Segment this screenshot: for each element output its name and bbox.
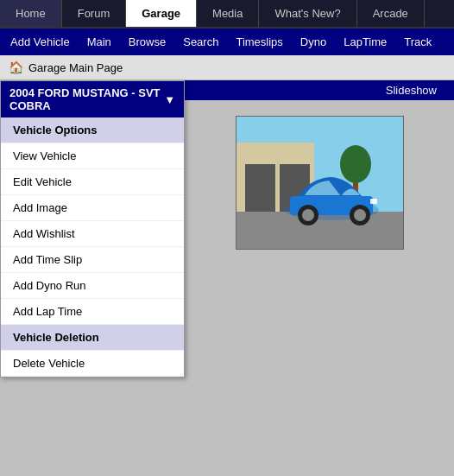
sec-nav-main[interactable]: Main bbox=[79, 32, 120, 52]
breadcrumb-label: Garage Main Page bbox=[28, 61, 123, 74]
main-content: 2004 FORD MUSTANG - SVT COBRA ▼ Vehicle … bbox=[0, 80, 454, 443]
vehicle-selector-header[interactable]: 2004 FORD MUSTANG - SVT COBRA ▼ bbox=[1, 81, 184, 117]
car-image-area bbox=[185, 100, 454, 264]
svg-rect-15 bbox=[370, 199, 377, 204]
menu-delete-vehicle[interactable]: Delete Vehicle bbox=[1, 351, 184, 377]
nav-whatsnew[interactable]: What's New? bbox=[259, 0, 356, 27]
svg-point-8 bbox=[340, 145, 371, 183]
nav-arcade[interactable]: Arcade bbox=[357, 0, 425, 27]
sec-nav-browse[interactable]: Browse bbox=[120, 32, 174, 52]
breadcrumb: 🏠 Garage Main Page bbox=[0, 55, 454, 80]
svg-point-14 bbox=[354, 209, 366, 221]
section-vehicle-deletion: Vehicle Deletion bbox=[1, 325, 184, 351]
menu-add-time-slip[interactable]: Add Time Slip bbox=[1, 247, 184, 273]
dropdown-menu: 2004 FORD MUSTANG - SVT COBRA ▼ Vehicle … bbox=[0, 80, 185, 378]
sec-nav-timeslips[interactable]: Timeslips bbox=[227, 32, 291, 52]
menu-add-dyno-run[interactable]: Add Dyno Run bbox=[1, 273, 184, 299]
sec-nav-dyno[interactable]: Dyno bbox=[292, 32, 335, 52]
menu-edit-vehicle[interactable]: Edit Vehicle bbox=[1, 169, 184, 195]
home-icon[interactable]: 🏠 bbox=[9, 60, 23, 74]
nav-home[interactable]: Home bbox=[0, 0, 62, 27]
slideshow-label: Slideshow bbox=[386, 84, 437, 97]
dropdown-arrow-icon: ▼ bbox=[164, 93, 175, 106]
sec-nav-add-vehicle[interactable]: Add Vehicle bbox=[2, 32, 79, 52]
sec-nav-search[interactable]: Search bbox=[174, 32, 227, 52]
menu-add-lap-time[interactable]: Add Lap Time bbox=[1, 299, 184, 325]
nav-garage[interactable]: Garage bbox=[126, 0, 197, 27]
top-navigation: Home Forum Garage Media What's New? Arca… bbox=[0, 0, 454, 29]
menu-add-image[interactable]: Add Image bbox=[1, 195, 184, 221]
sec-nav-track[interactable]: Track bbox=[395, 32, 440, 52]
menu-view-vehicle[interactable]: View Vehicle bbox=[1, 143, 184, 169]
vehicle-name: 2004 FORD MUSTANG - SVT COBRA bbox=[9, 86, 164, 112]
nav-forum[interactable]: Forum bbox=[62, 0, 127, 27]
svg-point-12 bbox=[302, 209, 314, 221]
car-image bbox=[236, 116, 404, 250]
slideshow-bar: Slideshow bbox=[185, 80, 454, 100]
menu-add-wishlist[interactable]: Add Wishlist bbox=[1, 221, 184, 247]
nav-media[interactable]: Media bbox=[197, 0, 259, 27]
sec-nav-laptime[interactable]: LapTime bbox=[335, 32, 395, 52]
secondary-navigation: Add Vehicle Main Browse Search Timeslips… bbox=[0, 29, 454, 55]
section-vehicle-options: Vehicle Options bbox=[1, 117, 184, 143]
svg-rect-5 bbox=[245, 164, 275, 212]
